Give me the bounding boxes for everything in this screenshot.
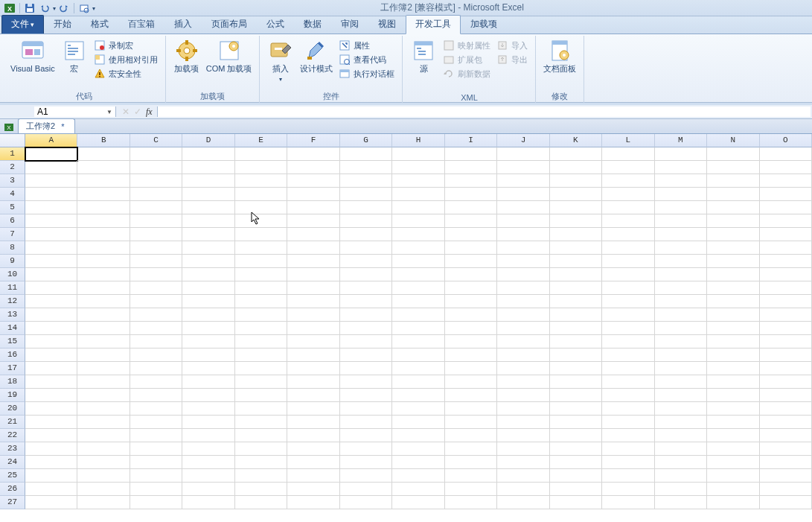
cell[interactable]	[130, 228, 182, 241]
cell[interactable]	[182, 375, 234, 389]
cell[interactable]	[655, 322, 707, 335]
cell[interactable]	[287, 295, 339, 308]
cell[interactable]	[340, 416, 392, 429]
cell[interactable]	[655, 295, 707, 308]
cell[interactable]	[760, 174, 812, 188]
cell[interactable]	[77, 147, 130, 161]
cell[interactable]	[77, 335, 130, 348]
run-dialog-button[interactable]: 执行对话框	[336, 67, 397, 80]
cell[interactable]	[130, 295, 182, 308]
cell[interactable]	[77, 389, 130, 402]
view-code-button[interactable]: 查看代码	[336, 53, 397, 66]
cell[interactable]	[25, 496, 77, 509]
cell[interactable]	[707, 241, 759, 255]
cell[interactable]	[130, 241, 182, 255]
cell[interactable]	[392, 402, 444, 416]
cell[interactable]	[707, 375, 759, 389]
com-addins-button[interactable]: COM 加载项	[203, 37, 255, 75]
row-header[interactable]: 21	[0, 416, 25, 429]
cell[interactable]	[655, 402, 707, 416]
row-header[interactable]: 24	[0, 456, 25, 469]
cell[interactable]	[392, 295, 444, 308]
cell[interactable]	[707, 496, 759, 509]
cell[interactable]	[287, 322, 339, 335]
row-header[interactable]: 6	[0, 214, 25, 228]
cell[interactable]	[760, 442, 812, 456]
cell[interactable]	[130, 429, 182, 442]
cell[interactable]	[340, 241, 392, 255]
cell[interactable]	[497, 442, 549, 456]
cell[interactable]	[760, 147, 812, 161]
cell[interactable]	[550, 241, 602, 255]
cell[interactable]	[392, 469, 444, 483]
cell[interactable]	[182, 268, 234, 281]
cell[interactable]	[392, 362, 444, 375]
cells-area[interactable]	[25, 147, 812, 522]
cell[interactable]	[182, 188, 234, 201]
cell[interactable]	[77, 375, 130, 389]
cell[interactable]	[392, 281, 444, 295]
cell[interactable]	[25, 268, 77, 281]
cell[interactable]	[655, 469, 707, 483]
cell[interactable]	[707, 389, 759, 402]
cell[interactable]	[497, 483, 549, 496]
cell[interactable]	[497, 362, 549, 375]
cell[interactable]	[602, 375, 654, 389]
tab-9[interactable]: 开发工具	[406, 15, 461, 34]
cell[interactable]	[550, 496, 602, 509]
print-preview-icon[interactable]	[77, 1, 91, 15]
cell[interactable]	[602, 308, 654, 322]
cell[interactable]	[130, 188, 182, 201]
cell[interactable]	[130, 201, 182, 214]
column-header[interactable]: A	[25, 134, 77, 147]
row-header[interactable]: 22	[0, 429, 25, 442]
cell[interactable]	[130, 281, 182, 295]
cell[interactable]	[655, 416, 707, 429]
cell[interactable]	[287, 268, 339, 281]
column-header[interactable]: G	[340, 134, 392, 147]
cell[interactable]	[235, 228, 287, 241]
cell[interactable]	[130, 268, 182, 281]
cell[interactable]	[497, 188, 549, 201]
cell[interactable]	[287, 147, 339, 161]
cell[interactable]	[25, 228, 77, 241]
cell[interactable]	[77, 469, 130, 483]
cell[interactable]	[235, 483, 287, 496]
name-box[interactable]: A1▼	[34, 106, 116, 117]
cell[interactable]	[602, 295, 654, 308]
cell[interactable]	[445, 429, 497, 442]
cell[interactable]	[602, 456, 654, 469]
cell[interactable]	[760, 295, 812, 308]
cell[interactable]	[392, 322, 444, 335]
cell[interactable]	[602, 335, 654, 348]
cell[interactable]	[602, 496, 654, 509]
cell[interactable]	[550, 442, 602, 456]
cell[interactable]	[182, 228, 234, 241]
cell[interactable]	[497, 174, 549, 188]
design-mode-button[interactable]: 设计模式	[297, 37, 336, 75]
cell[interactable]	[445, 147, 497, 161]
cell[interactable]	[182, 308, 234, 322]
cell[interactable]	[497, 161, 549, 174]
cell[interactable]	[655, 335, 707, 348]
cell[interactable]	[550, 295, 602, 308]
cell[interactable]	[340, 442, 392, 456]
cell[interactable]	[445, 201, 497, 214]
cell[interactable]	[655, 161, 707, 174]
cell[interactable]	[287, 442, 339, 456]
cell[interactable]	[445, 442, 497, 456]
cell[interactable]	[707, 402, 759, 416]
cell[interactable]	[392, 147, 444, 161]
cell[interactable]	[392, 174, 444, 188]
cell[interactable]	[235, 188, 287, 201]
cell[interactable]	[550, 281, 602, 295]
cell[interactable]	[497, 496, 549, 509]
tab-0[interactable]: 开始	[44, 15, 81, 34]
cell[interactable]	[392, 335, 444, 348]
column-header[interactable]: N	[707, 134, 759, 147]
row-header[interactable]: 8	[0, 241, 25, 255]
cell[interactable]	[25, 442, 77, 456]
cell[interactable]	[235, 496, 287, 509]
cell[interactable]	[497, 402, 549, 416]
cell[interactable]	[497, 268, 549, 281]
